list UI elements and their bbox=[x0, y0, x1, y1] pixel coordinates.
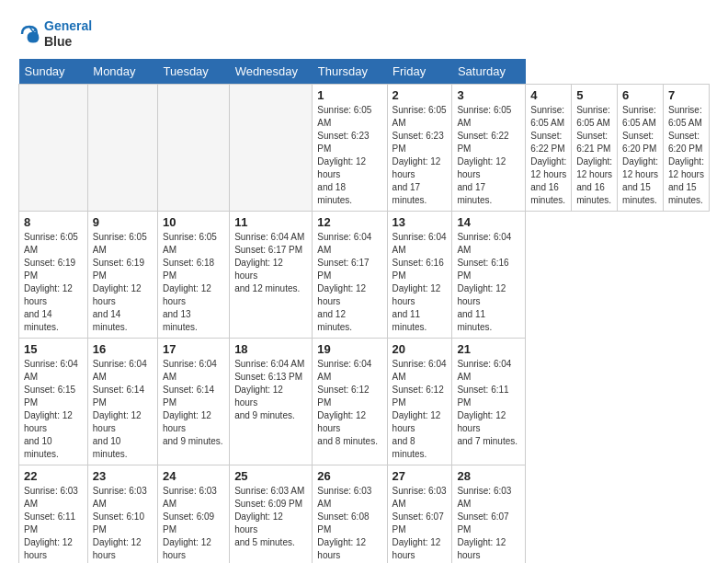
calendar-cell: 26 Sunrise: 6:03 AM Sunset: 6:08 PM Dayl… bbox=[313, 465, 387, 563]
calendar-cell: 13 Sunrise: 6:04 AM Sunset: 6:16 PM Dayl… bbox=[387, 211, 452, 338]
day-info: Sunrise: 6:04 AM Sunset: 6:16 PM Dayligh… bbox=[392, 231, 448, 334]
day-info: Sunrise: 6:03 AM Sunset: 6:08 PM Dayligh… bbox=[317, 485, 381, 563]
day-info: Sunrise: 6:04 AM Sunset: 6:14 PM Dayligh… bbox=[163, 358, 224, 448]
calendar-cell: 17 Sunrise: 6:04 AM Sunset: 6:14 PM Dayl… bbox=[157, 338, 229, 465]
day-info: Sunrise: 6:04 AM Sunset: 6:13 PM Dayligh… bbox=[234, 358, 307, 422]
calendar-table: SundayMondayTuesdayWednesdayThursdayFrid… bbox=[18, 59, 710, 563]
logo-text: General Blue bbox=[44, 18, 92, 50]
day-number: 4 bbox=[530, 88, 566, 102]
day-number: 7 bbox=[668, 88, 704, 102]
day-info: Sunrise: 6:04 AM Sunset: 6:17 PM Dayligh… bbox=[234, 231, 307, 295]
week-row-4: 22 Sunrise: 6:03 AM Sunset: 6:11 PM Dayl… bbox=[19, 465, 710, 563]
calendar-cell: 23 Sunrise: 6:03 AM Sunset: 6:10 PM Dayl… bbox=[87, 465, 157, 563]
day-number: 26 bbox=[317, 469, 381, 483]
day-number: 6 bbox=[622, 88, 658, 102]
calendar-cell: 25 Sunrise: 6:03 AM Sunset: 6:09 PM Dayl… bbox=[230, 465, 313, 563]
day-number: 23 bbox=[93, 469, 153, 483]
day-info: Sunrise: 6:05 AM Sunset: 6:20 PM Dayligh… bbox=[622, 104, 658, 207]
calendar-cell: 1 Sunrise: 6:05 AM Sunset: 6:23 PM Dayli… bbox=[313, 84, 387, 211]
day-number: 11 bbox=[234, 215, 307, 229]
calendar-cell: 10 Sunrise: 6:05 AM Sunset: 6:18 PM Dayl… bbox=[157, 211, 229, 338]
weekday-header-tuesday: Tuesday bbox=[157, 59, 229, 85]
day-info: Sunrise: 6:03 AM Sunset: 6:11 PM Dayligh… bbox=[24, 485, 83, 563]
calendar-cell bbox=[87, 84, 157, 211]
day-info: Sunrise: 6:05 AM Sunset: 6:23 PM Dayligh… bbox=[392, 104, 448, 207]
weekday-header-friday: Friday bbox=[387, 59, 452, 85]
day-info: Sunrise: 6:05 AM Sunset: 6:18 PM Dayligh… bbox=[163, 231, 224, 334]
day-number: 14 bbox=[457, 215, 520, 229]
calendar-cell: 19 Sunrise: 6:04 AM Sunset: 6:12 PM Dayl… bbox=[313, 338, 387, 465]
calendar-cell: 4 Sunrise: 6:05 AM Sunset: 6:22 PM Dayli… bbox=[526, 84, 572, 211]
calendar-cell: 8 Sunrise: 6:05 AM Sunset: 6:19 PM Dayli… bbox=[19, 211, 88, 338]
day-info: Sunrise: 6:05 AM Sunset: 6:22 PM Dayligh… bbox=[530, 104, 566, 207]
day-number: 24 bbox=[163, 469, 224, 483]
weekday-header-saturday: Saturday bbox=[452, 59, 526, 85]
calendar-cell bbox=[157, 84, 229, 211]
calendar-cell: 11 Sunrise: 6:04 AM Sunset: 6:17 PM Dayl… bbox=[230, 211, 313, 338]
day-number: 18 bbox=[234, 342, 307, 356]
day-number: 16 bbox=[93, 342, 153, 356]
calendar-cell: 22 Sunrise: 6:03 AM Sunset: 6:11 PM Dayl… bbox=[19, 465, 88, 563]
day-number: 27 bbox=[392, 469, 448, 483]
calendar-cell: 24 Sunrise: 6:03 AM Sunset: 6:09 PM Dayl… bbox=[157, 465, 229, 563]
day-number: 21 bbox=[457, 342, 520, 356]
week-row-3: 15 Sunrise: 6:04 AM Sunset: 6:15 PM Dayl… bbox=[19, 338, 710, 465]
weekday-header-sunday: Sunday bbox=[19, 59, 88, 85]
day-number: 12 bbox=[317, 215, 381, 229]
calendar-cell bbox=[19, 84, 88, 211]
weekday-header-thursday: Thursday bbox=[313, 59, 387, 85]
calendar-cell: 21 Sunrise: 6:04 AM Sunset: 6:11 PM Dayl… bbox=[452, 338, 526, 465]
logo-icon bbox=[18, 23, 40, 45]
weekday-header-monday: Monday bbox=[87, 59, 157, 85]
day-info: Sunrise: 6:04 AM Sunset: 6:12 PM Dayligh… bbox=[392, 358, 448, 461]
day-info: Sunrise: 6:03 AM Sunset: 6:09 PM Dayligh… bbox=[163, 485, 224, 563]
day-number: 5 bbox=[576, 88, 612, 102]
day-info: Sunrise: 6:05 AM Sunset: 6:22 PM Dayligh… bbox=[457, 104, 520, 207]
day-info: Sunrise: 6:04 AM Sunset: 6:14 PM Dayligh… bbox=[93, 358, 153, 461]
calendar-cell: 16 Sunrise: 6:04 AM Sunset: 6:14 PM Dayl… bbox=[87, 338, 157, 465]
day-number: 8 bbox=[24, 215, 83, 229]
day-info: Sunrise: 6:05 AM Sunset: 6:20 PM Dayligh… bbox=[668, 104, 704, 207]
day-info: Sunrise: 6:05 AM Sunset: 6:19 PM Dayligh… bbox=[93, 231, 153, 334]
day-number: 20 bbox=[392, 342, 448, 356]
page-header: General Blue bbox=[18, 18, 710, 50]
day-info: Sunrise: 6:03 AM Sunset: 6:07 PM Dayligh… bbox=[392, 485, 448, 563]
day-info: Sunrise: 6:04 AM Sunset: 6:16 PM Dayligh… bbox=[457, 231, 520, 334]
calendar-cell: 7 Sunrise: 6:05 AM Sunset: 6:20 PM Dayli… bbox=[664, 84, 710, 211]
day-number: 19 bbox=[317, 342, 381, 356]
day-info: Sunrise: 6:05 AM Sunset: 6:21 PM Dayligh… bbox=[576, 104, 612, 207]
day-number: 15 bbox=[24, 342, 83, 356]
day-info: Sunrise: 6:05 AM Sunset: 6:19 PM Dayligh… bbox=[24, 231, 83, 334]
day-number: 2 bbox=[392, 88, 448, 102]
day-number: 25 bbox=[234, 469, 307, 483]
day-number: 17 bbox=[163, 342, 224, 356]
calendar-cell bbox=[230, 84, 313, 211]
calendar-cell: 12 Sunrise: 6:04 AM Sunset: 6:17 PM Dayl… bbox=[313, 211, 387, 338]
calendar-cell: 6 Sunrise: 6:05 AM Sunset: 6:20 PM Dayli… bbox=[618, 84, 664, 211]
day-number: 22 bbox=[24, 469, 83, 483]
weekday-header-wednesday: Wednesday bbox=[230, 59, 313, 85]
day-info: Sunrise: 6:04 AM Sunset: 6:12 PM Dayligh… bbox=[317, 358, 381, 448]
calendar-cell: 5 Sunrise: 6:05 AM Sunset: 6:21 PM Dayli… bbox=[572, 84, 618, 211]
calendar-cell: 20 Sunrise: 6:04 AM Sunset: 6:12 PM Dayl… bbox=[387, 338, 452, 465]
logo: General Blue bbox=[18, 18, 92, 50]
calendar-cell: 15 Sunrise: 6:04 AM Sunset: 6:15 PM Dayl… bbox=[19, 338, 88, 465]
day-number: 13 bbox=[392, 215, 448, 229]
day-info: Sunrise: 6:04 AM Sunset: 6:11 PM Dayligh… bbox=[457, 358, 520, 448]
day-info: Sunrise: 6:04 AM Sunset: 6:15 PM Dayligh… bbox=[24, 358, 83, 461]
day-info: Sunrise: 6:03 AM Sunset: 6:07 PM Dayligh… bbox=[457, 485, 520, 563]
calendar-cell: 27 Sunrise: 6:03 AM Sunset: 6:07 PM Dayl… bbox=[387, 465, 452, 563]
weekday-header-row: SundayMondayTuesdayWednesdayThursdayFrid… bbox=[19, 59, 710, 85]
day-info: Sunrise: 6:03 AM Sunset: 6:10 PM Dayligh… bbox=[93, 485, 153, 563]
calendar-cell: 3 Sunrise: 6:05 AM Sunset: 6:22 PM Dayli… bbox=[452, 84, 526, 211]
calendar-cell: 18 Sunrise: 6:04 AM Sunset: 6:13 PM Dayl… bbox=[230, 338, 313, 465]
day-info: Sunrise: 6:04 AM Sunset: 6:17 PM Dayligh… bbox=[317, 231, 381, 334]
day-number: 10 bbox=[163, 215, 224, 229]
day-number: 3 bbox=[457, 88, 520, 102]
day-info: Sunrise: 6:05 AM Sunset: 6:23 PM Dayligh… bbox=[317, 104, 381, 207]
day-number: 28 bbox=[457, 469, 520, 483]
day-number: 1 bbox=[317, 88, 381, 102]
calendar-cell: 28 Sunrise: 6:03 AM Sunset: 6:07 PM Dayl… bbox=[452, 465, 526, 563]
calendar-cell: 14 Sunrise: 6:04 AM Sunset: 6:16 PM Dayl… bbox=[452, 211, 526, 338]
day-number: 9 bbox=[93, 215, 153, 229]
